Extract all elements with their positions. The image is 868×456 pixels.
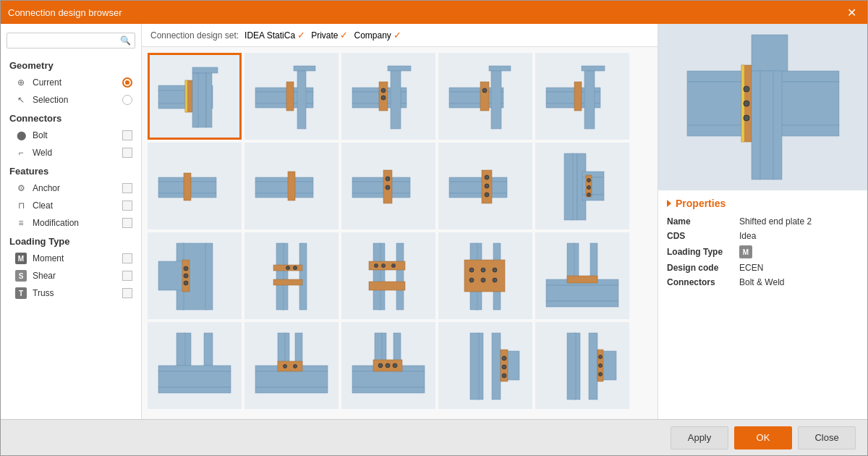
svg-point-147 xyxy=(599,373,603,376)
prop-key-connectors: Connectors xyxy=(667,277,739,287)
search-box[interactable]: 🔍 xyxy=(7,33,135,48)
grid-cell-1-1[interactable] xyxy=(244,143,339,229)
titlebar: Connection design browser ✕ xyxy=(1,1,867,24)
grid-cell-2-0[interactable] xyxy=(148,232,242,319)
truss-checkbox[interactable] xyxy=(122,288,132,298)
shear-badge: S xyxy=(15,270,27,282)
grid-cell-2-3[interactable] xyxy=(438,232,532,319)
sidebar-item-cleat[interactable]: ⊓ Cleat xyxy=(1,197,141,214)
ok-button[interactable]: OK xyxy=(734,426,792,449)
svg-point-73 xyxy=(184,274,188,278)
svg-rect-127 xyxy=(352,387,425,393)
current-radio[interactable] xyxy=(122,77,132,88)
properties-section: Properties Name Shifted end plate 2 CDS … xyxy=(658,190,867,419)
grid-cell-0-2[interactable] xyxy=(341,53,435,140)
svg-point-48 xyxy=(386,177,390,181)
shear-label: Shear xyxy=(33,271,116,281)
sidebar-item-modification[interactable]: ≡ Modification xyxy=(1,214,141,232)
svg-rect-76 xyxy=(276,243,284,310)
svg-marker-42 xyxy=(255,193,313,198)
sidebar-item-shear[interactable]: S Shear xyxy=(1,267,141,284)
connection-set-company[interactable]: Company ✓ xyxy=(354,30,401,41)
svg-rect-29 xyxy=(491,71,501,129)
grid-cell-1-2[interactable] xyxy=(341,143,435,229)
svg-rect-45 xyxy=(352,182,410,193)
prop-key-design: Design code xyxy=(667,263,739,273)
sidebar-item-moment[interactable]: M Moment xyxy=(1,250,141,267)
expand-icon[interactable] xyxy=(667,200,671,207)
svg-marker-44 xyxy=(352,177,410,182)
window-title: Connection design browser xyxy=(8,7,122,18)
svg-rect-51 xyxy=(449,182,507,193)
svg-rect-109 xyxy=(204,333,213,366)
connection-set-bar: Connection design set: IDEA StatiCa ✓ Pr… xyxy=(142,24,658,47)
moment-badge: M xyxy=(15,253,27,264)
prop-val-cds: Idea xyxy=(739,231,756,241)
main-window: Connection design browser ✕ 🔍 Geometry ⊕… xyxy=(0,0,868,456)
selection-radio[interactable] xyxy=(122,95,132,105)
svg-rect-106 xyxy=(567,276,597,283)
grid-row-0 xyxy=(148,53,652,140)
bolt-checkbox[interactable] xyxy=(122,130,132,140)
sidebar-item-anchor[interactable]: ⚙ Anchor xyxy=(1,180,141,197)
shear-checkbox[interactable] xyxy=(122,271,132,281)
prop-cds: CDS Idea xyxy=(667,231,859,241)
properties-title-row: Properties xyxy=(667,198,859,209)
svg-rect-41 xyxy=(255,182,313,193)
grid-cell-1-4[interactable] xyxy=(535,143,629,229)
weld-checkbox[interactable] xyxy=(122,148,132,158)
search-input[interactable] xyxy=(12,35,120,46)
svg-point-130 xyxy=(386,363,390,368)
svg-point-121 xyxy=(294,365,297,368)
svg-rect-83 xyxy=(373,243,380,310)
sidebar-item-selection[interactable]: ↖ Selection xyxy=(1,91,141,109)
cleat-checkbox[interactable] xyxy=(122,200,132,211)
grid-cell-0-1[interactable] xyxy=(244,53,339,140)
svg-rect-134 xyxy=(492,333,501,400)
search-icon: 🔍 xyxy=(120,35,131,46)
grid-cell-2-2[interactable] xyxy=(341,232,435,319)
connection-grid xyxy=(142,47,658,419)
grid-cell-3-0[interactable] xyxy=(148,322,242,409)
grid-cell-2-1[interactable] xyxy=(244,232,339,319)
truss-label: Truss xyxy=(33,288,116,298)
moment-checkbox[interactable] xyxy=(122,253,132,263)
svg-rect-154 xyxy=(760,71,774,180)
close-button[interactable]: Close xyxy=(798,426,856,449)
sidebar-item-weld[interactable]: ⌐ Weld xyxy=(1,144,141,161)
sidebar-item-bolt[interactable]: ⬤ Bolt xyxy=(1,127,141,144)
modification-checkbox[interactable] xyxy=(122,218,132,228)
svg-point-87 xyxy=(375,264,378,268)
svg-point-139 xyxy=(502,373,506,378)
svg-marker-50 xyxy=(449,177,507,182)
grid-cell-1-0[interactable] xyxy=(148,143,242,229)
grid-cell-3-1[interactable] xyxy=(244,322,339,409)
modification-label: Modification xyxy=(33,218,116,228)
svg-point-98 xyxy=(493,268,497,272)
grid-cell-0-4[interactable] xyxy=(535,53,629,140)
sidebar-item-current[interactable]: ⊕ Current xyxy=(1,74,141,91)
grid-cell-1-3[interactable] xyxy=(438,143,532,229)
grid-cell-3-4[interactable] xyxy=(535,322,629,409)
close-icon[interactable]: ✕ xyxy=(843,4,860,21)
grid-cell-3-2[interactable] xyxy=(341,322,435,409)
svg-rect-14 xyxy=(297,71,306,129)
svg-point-54 xyxy=(485,175,489,180)
grid-cell-2-4[interactable] xyxy=(535,232,629,319)
svg-rect-102 xyxy=(590,243,597,279)
svg-point-74 xyxy=(184,281,188,285)
svg-rect-117 xyxy=(255,371,328,387)
connection-set-private[interactable]: Private ✓ xyxy=(311,30,348,41)
svg-rect-77 xyxy=(299,243,307,310)
grid-cell-0-3[interactable] xyxy=(438,53,532,140)
grid-cell-3-3[interactable] xyxy=(438,322,532,409)
svg-rect-35 xyxy=(584,71,595,129)
apply-button[interactable]: Apply xyxy=(671,426,728,449)
sidebar-item-truss[interactable]: T Truss xyxy=(1,284,141,302)
connection-set-idea[interactable]: IDEA StatiCa ✓ xyxy=(244,30,305,41)
anchor-checkbox[interactable] xyxy=(122,183,132,193)
grid-cell-0-0[interactable] xyxy=(148,53,242,140)
svg-point-80 xyxy=(286,266,290,270)
svg-rect-119 xyxy=(278,361,302,371)
svg-point-145 xyxy=(599,355,603,359)
